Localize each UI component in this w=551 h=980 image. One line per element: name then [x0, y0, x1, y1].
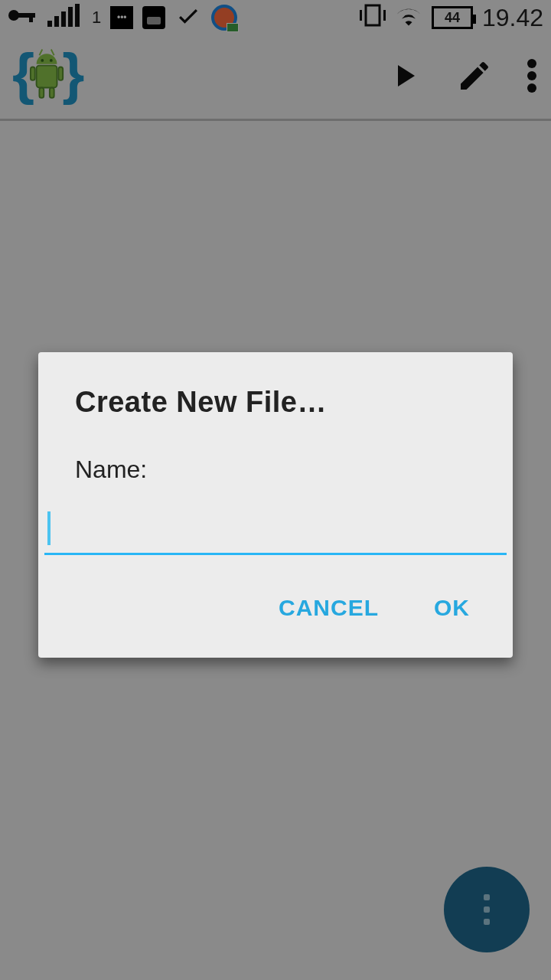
app-screen: 1 ••• 44 19	[0, 0, 551, 980]
dialog-title: Create New File…	[38, 352, 513, 442]
name-input[interactable]	[44, 502, 507, 555]
ok-button[interactable]: OK	[425, 589, 479, 627]
dialog-actions: CANCEL OK	[38, 555, 513, 642]
name-label: Name:	[38, 442, 513, 502]
name-input-wrap	[38, 502, 513, 555]
create-file-dialog: Create New File… Name: CANCEL OK	[38, 352, 513, 658]
cancel-button[interactable]: CANCEL	[269, 589, 388, 627]
